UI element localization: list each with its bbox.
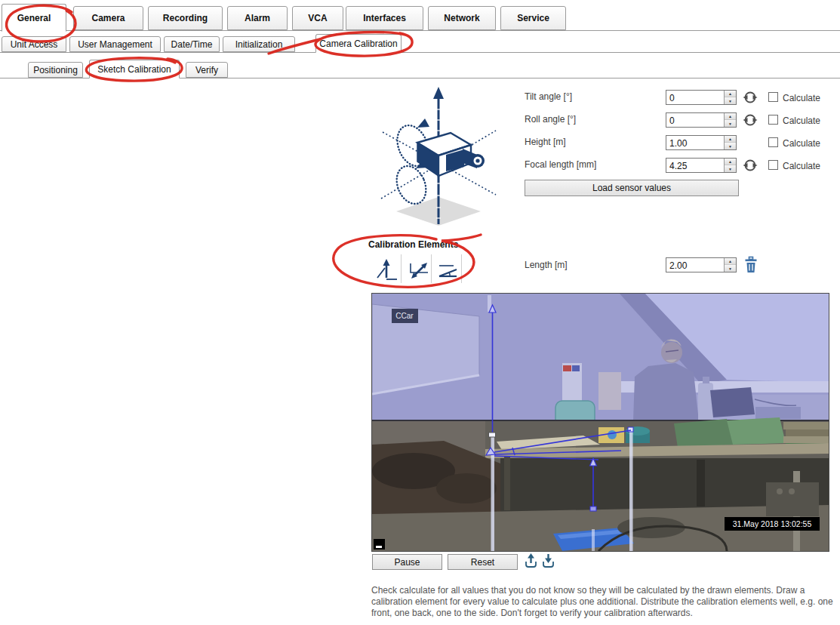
tab-camera[interactable]: Camera <box>73 6 143 30</box>
camera-video-frame[interactable]: CCar 31.May 2018 13:02:55 <box>371 293 829 552</box>
tab-label: Sketch Calibration <box>97 64 171 75</box>
tab-strip-divider <box>0 30 840 31</box>
tab-label: Camera Calibration <box>319 38 397 49</box>
monitor <box>710 387 755 417</box>
instructions-text: Check calculate for all values that you … <box>371 585 835 619</box>
tab-label: Positioning <box>33 65 78 75</box>
height-calculate-label: Calculate <box>783 138 820 149</box>
refresh-icon[interactable] <box>743 90 758 105</box>
video-timestamp: 31.May 2018 13:02:55 <box>733 519 812 528</box>
vertical-element-band[interactable] <box>629 430 633 551</box>
drag-handle[interactable] <box>489 433 496 437</box>
focal-calculate-label: Calculate <box>783 161 820 171</box>
tool-line-on-ground-element[interactable] <box>403 254 430 284</box>
tab-label: Unit Access <box>11 39 58 50</box>
focal-length-label: Focal length [mm] <box>525 159 596 170</box>
tab-network[interactable]: Network <box>428 6 496 30</box>
tab-date-time[interactable]: Date/Time <box>164 36 220 52</box>
tab-label: Date/Time <box>171 39 213 50</box>
roll-calculate-checkbox[interactable] <box>768 115 778 125</box>
tilt-angle-input-box: ▲▼ <box>666 90 737 105</box>
delete-element-trash-icon[interactable] <box>743 256 758 274</box>
roll-angle-input[interactable] <box>666 113 724 127</box>
tilt-calculate-label: Calculate <box>783 93 820 103</box>
toolbar-separator <box>461 254 462 283</box>
drag-handle[interactable] <box>590 506 596 511</box>
roll-angle-input-box: ▲▼ <box>666 112 737 128</box>
tab-service[interactable]: Service <box>500 6 566 30</box>
button-label: Reset <box>471 557 494 568</box>
focal-length-input-box: ▲▼ <box>666 158 737 173</box>
tab-recording[interactable]: Recording <box>148 6 223 30</box>
upload-calibration-icon[interactable] <box>524 553 538 569</box>
tab-positioning[interactable]: Positioning <box>28 62 83 78</box>
vertical-line-element-icon <box>374 256 399 282</box>
focal-length-input[interactable] <box>666 159 724 172</box>
tab-label: Verify <box>195 65 218 75</box>
tab-label: Service <box>517 13 549 23</box>
refresh-icon[interactable] <box>743 158 758 173</box>
toolbar-separator <box>431 254 432 283</box>
reset-button[interactable]: Reset <box>448 554 518 570</box>
tab-label: Alarm <box>245 13 270 23</box>
tab-interfaces[interactable]: Interfaces <box>346 6 423 30</box>
download-calibration-icon[interactable] <box>541 553 555 569</box>
video-scene: CCar 31.May 2018 13:02:55 <box>372 294 829 551</box>
tilt-calculate-checkbox[interactable] <box>768 92 778 102</box>
tool-vertical-line-element[interactable] <box>373 254 400 284</box>
roll-calculate-label: Calculate <box>783 115 820 126</box>
tab-alarm[interactable]: Alarm <box>227 6 288 30</box>
tab-camera-calibration[interactable]: Camera Calibration <box>315 34 402 53</box>
tilt-angle-spinner[interactable]: ▲▼ <box>724 91 736 104</box>
tab-verify[interactable]: Verify <box>186 62 228 78</box>
height-spinner[interactable]: ▲▼ <box>724 136 736 149</box>
camera-orientation-sketch <box>374 85 503 230</box>
camera-name-label: CCar <box>395 312 414 320</box>
camera-body-shape <box>417 133 485 176</box>
rotation-arrowhead <box>417 119 429 128</box>
tab-label: Recording <box>163 13 208 23</box>
angle-on-ground-element-icon <box>434 256 460 282</box>
button-label: Load sensor values <box>592 183 671 193</box>
desk-equipment <box>766 482 819 516</box>
tab-initialization[interactable]: Initialization <box>223 36 295 52</box>
line-on-ground-element-icon <box>404 256 429 282</box>
tab-vca[interactable]: VCA <box>292 6 343 30</box>
calibration-elements-label: Calibration Elements <box>368 239 458 250</box>
tab-label: General <box>17 13 51 23</box>
tab-strip-divider <box>0 52 840 53</box>
roll-angle-label: Roll angle [°] <box>525 114 576 125</box>
axis-arrowhead <box>433 87 444 99</box>
tab-label: Initialization <box>235 39 283 50</box>
tab-label: User Management <box>78 39 152 50</box>
tab-sketch-calibration[interactable]: Sketch Calibration <box>89 60 180 79</box>
tilt-angle-input[interactable] <box>666 91 724 104</box>
wall-calendar <box>598 372 621 410</box>
load-sensor-values-button[interactable]: Load sensor values <box>525 180 739 196</box>
tilt-angle-label: Tilt angle [°] <box>525 91 572 102</box>
button-label: Pause <box>394 557 420 568</box>
tab-label: Camera <box>91 13 125 23</box>
tab-label: Interfaces <box>363 13 406 23</box>
tool-angle-on-ground-element[interactable] <box>433 254 460 284</box>
pause-button[interactable]: Pause <box>372 554 442 570</box>
height-label: Height [m] <box>525 137 566 147</box>
roll-angle-spinner[interactable]: ▲▼ <box>724 113 736 127</box>
length-input-box: ▲▼ <box>666 257 737 272</box>
tab-unit-access[interactable]: Unit Access <box>2 36 66 52</box>
toolbar-separator <box>401 254 402 283</box>
length-spinner[interactable]: ▲▼ <box>724 258 736 272</box>
height-calculate-checkbox[interactable] <box>768 137 778 147</box>
height-input[interactable] <box>666 136 724 149</box>
length-label: Length [m] <box>525 260 568 270</box>
focal-length-spinner[interactable]: ▲▼ <box>724 159 736 172</box>
refresh-icon[interactable] <box>743 112 758 128</box>
length-input[interactable] <box>666 258 724 272</box>
focal-calculate-checkbox[interactable] <box>768 160 778 170</box>
tab-user-management[interactable]: User Management <box>69 36 161 52</box>
tab-general[interactable]: General <box>2 4 66 32</box>
water-bottle <box>698 383 713 422</box>
tab-label: VCA <box>308 13 327 23</box>
height-input-box: ▲▼ <box>666 135 737 150</box>
tab-label: Network <box>444 13 479 23</box>
